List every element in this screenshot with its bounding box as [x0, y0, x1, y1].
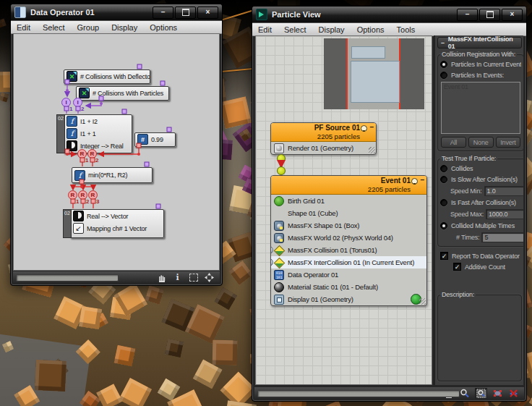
data-operator-statusbar: i [13, 271, 220, 283]
menu-options[interactable]: Options [357, 25, 385, 34]
menu-edit[interactable]: Edit [17, 23, 30, 32]
pan-icon[interactable] [156, 273, 167, 282]
pf-source-header[interactable]: PF Source 01 2205 particles – [271, 123, 376, 142]
radio-icon[interactable] [440, 61, 447, 68]
radio-collided-multiple[interactable]: Collided Multiple Times [440, 220, 523, 231]
radio-icon[interactable] [440, 199, 447, 206]
node-scalar-value[interactable]: # 0.99 [134, 132, 176, 147]
node-row-label[interactable]: I1 + 1 [80, 130, 96, 138]
checkbox-icon[interactable]: ✓ [453, 263, 461, 271]
menu-select[interactable]: Select [43, 23, 65, 32]
radio-icon[interactable] [440, 222, 447, 229]
data-operator-titlebar[interactable]: Data Operator 01 – × [11, 4, 222, 20]
menu-display[interactable]: Display [319, 25, 345, 34]
node-collisions-deflectors[interactable]: ✕ # Collisions With Deflectors [64, 69, 150, 84]
events-listbox[interactable]: Event 01 [441, 82, 520, 134]
event-row-shape[interactable]: Shape 01 (Cube) [271, 207, 426, 219]
event-row-massfx-world[interactable]: MassFX World 02 (PhysX World 04) [271, 232, 426, 244]
region-select-icon[interactable] [188, 273, 199, 282]
rollout-collapse-icon[interactable]: – [441, 39, 445, 46]
checkbox-report-to-data-operator[interactable]: ✓ Report To Data Operator [440, 250, 522, 261]
test-output-port[interactable] [271, 246, 273, 254]
node-row-label[interactable]: I1 + I2 [80, 118, 98, 125]
speed-max-field[interactable]: 1000.0 [486, 209, 523, 219]
data-operator-app-icon [14, 7, 26, 18]
menu-tools[interactable]: Tools [397, 25, 416, 34]
maximize-button[interactable] [175, 7, 196, 19]
node-collisions-particles[interactable]: ✕ # Collisions With Particles [76, 86, 169, 101]
port-number: 3 [96, 198, 99, 205]
event-row-massfx-shape[interactable]: MassFX Shape 01 (Box) [271, 219, 426, 232]
render-operator-row[interactable]: Render 01 (Geometry) [271, 142, 376, 154]
resize-grip[interactable] [369, 147, 375, 153]
no-zoom-icon[interactable] [508, 389, 519, 398]
none-button[interactable]: None [468, 137, 494, 148]
event-output-port[interactable] [277, 154, 286, 163]
event-row-display[interactable]: Display 01 (Geometry) [271, 293, 426, 305]
node-row-label[interactable]: Integer --> Real [80, 143, 124, 150]
radio-icon[interactable] [440, 72, 447, 79]
radio-label: Collided Multiple Times [451, 222, 515, 229]
maximize-button[interactable] [479, 9, 500, 21]
node-vector-output[interactable]: 02 Real --> Vector ↙Mapping ch# 1 Vector [70, 209, 164, 238]
radio-is-fast[interactable]: Is Fast After Collision(s) [440, 197, 523, 208]
node-min-function[interactable]: f min(0*R1, R2) [72, 167, 153, 183]
info-icon[interactable]: i [172, 273, 183, 282]
zoom-extents-icon[interactable] [492, 389, 503, 398]
menu-options[interactable]: Options [150, 23, 177, 32]
radio-icon[interactable] [440, 165, 447, 172]
menu-edit[interactable]: Edit [258, 25, 272, 34]
menu-display[interactable]: Display [111, 23, 137, 32]
resize-grip[interactable] [419, 298, 426, 305]
event-header[interactable]: Event 01 2205 particles – [271, 176, 426, 195]
scalar-icon: # [137, 134, 148, 145]
collapse-icon[interactable]: – [369, 123, 374, 131]
event-row-data-operator[interactable]: 010101 Data Operator 01 [271, 268, 426, 281]
radio-collides[interactable]: Collides [440, 163, 523, 174]
event-row-massfx-intercollision[interactable]: MassFX InterCollision 01 (In Current Eve… [271, 256, 426, 268]
depot-box [351, 46, 385, 59]
minimize-button[interactable]: – [153, 7, 173, 19]
node-row-label[interactable]: Real --> Vector [87, 213, 128, 220]
events-list-item[interactable]: Event 01 [444, 83, 518, 90]
radio-is-slow[interactable]: Is Slow After Collision(s) [440, 174, 523, 185]
lightbulb-icon[interactable] [361, 125, 367, 132]
particle-flow-canvas[interactable]: PF Source 01 2205 particles – Render 01 … [255, 35, 432, 385]
speed-max-label: Speed Max: [450, 211, 484, 218]
close-button[interactable]: × [197, 7, 218, 19]
menu-group[interactable]: Group [77, 23, 100, 32]
pf-source-node[interactable]: PF Source 01 2205 particles – Render 01 … [270, 122, 377, 155]
checkbox-additive-count[interactable]: ✓ Additive Count [453, 261, 522, 272]
event-row-material-static[interactable]: Material Static 01 (01 - Default) [271, 281, 426, 293]
minimize-button[interactable]: – [457, 9, 478, 21]
pan-compass-icon[interactable] [204, 273, 215, 282]
collapse-icon[interactable]: – [420, 176, 424, 184]
test-output-port[interactable] [271, 258, 273, 266]
radio-icon[interactable] [440, 176, 447, 183]
event-row-birth-grid[interactable]: Birth Grid 01 [271, 195, 426, 207]
all-button[interactable]: All [441, 137, 466, 148]
node-row-label[interactable]: Mapping ch# 1 Vector [87, 225, 147, 232]
particle-view-titlebar[interactable]: Particle View – × [252, 7, 526, 22]
event-row-massfx-collision[interactable]: MassFX Collision 01 (Torus01) [271, 244, 426, 256]
shape-icon-blank [274, 208, 284, 219]
data-graph-canvas[interactable]: ✕ # Collisions With Deflectors ✕ # Colli… [13, 33, 220, 271]
rollout-header[interactable]: – MassFX InterCollision 01 [437, 37, 522, 48]
times-field[interactable]: 5 [481, 232, 523, 242]
close-button[interactable]: × [502, 9, 523, 21]
region-zoom-tool-icon[interactable] [475, 388, 487, 399]
invert-button[interactable]: Invert [496, 137, 521, 148]
event-node[interactable]: Event 01 2205 particles – Birth Grid 01 … [270, 175, 427, 306]
port-number: 2 [86, 198, 89, 205]
zoom-tool-icon[interactable] [459, 389, 470, 398]
lightbulb-icon[interactable] [411, 178, 418, 185]
event-input-port[interactable] [277, 166, 286, 175]
scalar-value[interactable]: 0.99 [151, 136, 163, 143]
speed-min-field[interactable]: 1.0 [484, 186, 523, 196]
menu-select[interactable]: Select [284, 25, 306, 34]
checkbox-icon[interactable]: ✓ [440, 252, 448, 260]
radio-particles-in-events[interactable]: Particles In Events: [440, 69, 521, 80]
radio-particles-current-event[interactable]: Particles In Current Event [440, 59, 521, 69]
convert-icon [73, 211, 84, 221]
node-integer-ops[interactable]: 02 fI1 + I2 fI1 + 1 Integer --> Real [64, 114, 132, 153]
